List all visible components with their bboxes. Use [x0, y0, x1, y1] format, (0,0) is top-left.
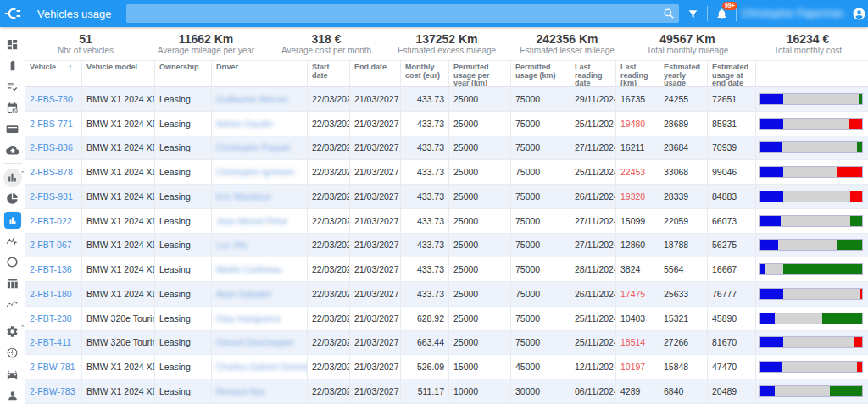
search-input[interactable]: [126, 8, 659, 19]
table-row[interactable]: 2-FBT-136 BMW X1 2024 XDri... Leasing Ma…: [25, 257, 868, 282]
driver-name[interactable]: Luc Vils: [216, 240, 248, 250]
table-row[interactable]: 2-FBT-230 BMW 320e Touring... Leasing Ga…: [25, 307, 868, 331]
stat-nbr-of-vehicles: 51 Nbr of vehicles: [25, 32, 146, 56]
driver-name[interactable]: Renaud Nys: [216, 386, 265, 396]
table-row[interactable]: 2-FBS-878 BMW X1 2024 XDri... Leasing Ch…: [25, 160, 868, 185]
usage-bar-cell: [756, 307, 868, 330]
sort-ascending-icon[interactable]: ↑: [68, 64, 73, 72]
table-row[interactable]: 2-FBT-411 BMW 320e Touring... Leasing Gé…: [25, 331, 868, 356]
driver-name[interactable]: Adrien Gaudin: [216, 119, 273, 129]
estimated-usage-end-cell: 76777: [708, 282, 756, 306]
column-header-permitted-usage[interactable]: Permitted usage (km): [511, 61, 570, 86]
bar-under-permitted-segment: [857, 142, 862, 152]
driver-name[interactable]: Christophe Paquet: [216, 142, 290, 152]
sidebar-item-cloud-upload-icon[interactable]: [2, 140, 24, 161]
column-header-monthly-cost[interactable]: Monthly cost (eur): [401, 61, 449, 86]
bar-remaining-segment: [782, 142, 857, 152]
column-header-vehicle[interactable]: Vehicle ↑: [25, 61, 82, 86]
vehicle-link[interactable]: 2-FBS-931: [30, 191, 73, 202]
driver-name[interactable]: Martin Cartineau: [216, 264, 282, 274]
driver-name[interactable]: Jean-Michel Pirlot: [216, 216, 287, 226]
bar-used-segment: [760, 142, 782, 152]
vehicle-link[interactable]: 2-FBT-411: [30, 337, 71, 347]
vehicle-link[interactable]: 2-FBW-783: [30, 386, 75, 396]
monthly-cost-cell: 433.73: [401, 112, 449, 136]
stat-label: Average cost per month: [266, 46, 387, 56]
sidebar-item-reports-chart-icon[interactable]: ⌃: [2, 167, 24, 188]
driver-name[interactable]: Guillaume Mercier: [216, 94, 288, 104]
vehicle-link[interactable]: 2-FBT-067: [30, 240, 72, 250]
search-box[interactable]: [126, 4, 679, 23]
account-icon[interactable]: [850, 7, 868, 21]
bar-used-segment: [760, 289, 783, 299]
vehicle-link[interactable]: 2-FBS-771: [30, 119, 73, 129]
table-row[interactable]: 2-FBS-836 BMW X1 2024 XDri... Leasing Ch…: [25, 136, 868, 161]
permitted-usage-cell: 75000: [511, 307, 570, 330]
bar-over-permitted-segment: [837, 167, 862, 177]
sidebar-item-checklist-icon[interactable]: [2, 76, 24, 97]
table-row[interactable]: 2-FBT-180 BMW X1 2024 XDri... Leasing Al…: [25, 282, 868, 307]
app-logo-plug-icon[interactable]: [0, 7, 25, 20]
estimated-usage-end-cell: 85931: [708, 112, 756, 136]
column-header-estimated-usage-end-date[interactable]: Estimated usage at end date (km): [708, 61, 756, 86]
column-header-last-reading-date[interactable]: Last reading date: [570, 61, 616, 86]
column-header-start-date[interactable]: Start date: [308, 61, 350, 86]
sidebar-item-bar-chart-icon[interactable]: [2, 209, 24, 230]
table-row[interactable]: 2-FBT-022 BMW X1 2024 XDri... Leasing Je…: [25, 209, 868, 234]
driver-name[interactable]: Gérard Deschepper: [216, 337, 294, 347]
sidebar-item-settings-gear-icon[interactable]: ⌃: [2, 321, 24, 342]
driver-name[interactable]: Christophe Igrimont: [216, 167, 294, 177]
vehicle-link[interactable]: 2-FBS-878: [30, 167, 73, 177]
vehicle-link[interactable]: 2-FBT-230: [30, 313, 72, 324]
table-row[interactable]: 2-FBS-730 BMW X1 2024 XDri... Leasing Gu…: [25, 87, 868, 112]
search-icon[interactable]: [659, 8, 679, 19]
end-date-cell: 21/03/2027: [350, 160, 401, 184]
table-row[interactable]: 2-FBS-931 BMW X1 2024 XDri... Leasing Er…: [25, 185, 868, 209]
table-row[interactable]: 2-FBT-067 BMW X1 2024 XDri... Leasing Lu…: [25, 234, 868, 258]
column-header-vehicle-model[interactable]: Vehicle model: [82, 61, 155, 86]
table-row[interactable]: 2-FBW-781 BMW X1 2024 XDri... Leasing Ch…: [25, 355, 868, 379]
sidebar-item-calendar-clock-icon[interactable]: [2, 97, 24, 119]
monthly-cost-cell: 628.92: [401, 307, 449, 330]
column-header-driver[interactable]: Driver: [212, 61, 308, 86]
permitted-usage-cell: 75000: [511, 160, 570, 184]
user-name[interactable]: Christopher Papermans: [742, 8, 843, 19]
estimated-usage-end-cell: 66073: [708, 209, 756, 233]
driver-name[interactable]: Alain Sabatier: [216, 289, 271, 299]
vehicle-link[interactable]: 2-FBS-836: [30, 142, 73, 152]
column-header-last-reading[interactable]: Last reading (km): [616, 61, 659, 86]
driver-name[interactable]: Charles-Gabriel Destride: [216, 362, 308, 372]
column-header-ownership[interactable]: Ownership: [155, 61, 212, 86]
sidebar-item-route-chart-icon[interactable]: [2, 230, 24, 252]
vehicle-link[interactable]: 2-FBT-136: [30, 264, 72, 274]
notifications-bell-icon[interactable]: 99+: [708, 8, 736, 20]
vehicle-link[interactable]: 2-FBT-022: [30, 216, 72, 226]
vehicle-link[interactable]: 2-FBT-180: [30, 289, 72, 299]
usage-progress-bar: [760, 385, 863, 397]
sidebar-item-trend-chart-icon[interactable]: [2, 294, 24, 315]
table-row[interactable]: 2-FBW-783 BMW X1 2024 XDri... Leasing Re…: [25, 379, 868, 404]
column-header-estimated-yearly-usage[interactable]: Estimated yearly usage (km): [659, 61, 708, 86]
sidebar-item-person-icon[interactable]: [2, 385, 24, 404]
sidebar-item-dotted-circle-icon[interactable]: [2, 342, 24, 363]
column-header-end-date[interactable]: End date: [350, 61, 401, 86]
vehicle-link[interactable]: 2-FBW-781: [30, 362, 75, 372]
sidebar-item-credit-card-icon[interactable]: [2, 119, 24, 140]
vehicle-link[interactable]: 2-FBS-730: [30, 94, 73, 104]
driver-name[interactable]: Gary Ivanguerra: [216, 313, 281, 324]
sidebar-item-battery-icon[interactable]: [2, 55, 24, 76]
stat-label: Nbr of vehicles: [25, 46, 146, 56]
start-date-cell: 22/03/2024: [308, 136, 350, 160]
sidebar-item-car-icon[interactable]: [2, 363, 24, 385]
table-row[interactable]: 2-FBS-771 BMW X1 2024 XDri... Leasing Ad…: [25, 112, 868, 136]
filter-icon[interactable]: [679, 8, 707, 20]
sidebar-item-circle-outline-icon[interactable]: [2, 252, 24, 273]
monthly-cost-cell: 433.73: [401, 234, 449, 257]
sidebar-item-doughnut-chart-icon[interactable]: [2, 188, 24, 209]
usage-bar-cell: [756, 282, 868, 306]
ownership-cell: Leasing: [155, 355, 212, 379]
column-header-permitted-usage-per-year[interactable]: Permitted usage per year (km): [449, 61, 511, 86]
sidebar-item-dashboard-icon[interactable]: [2, 34, 24, 55]
driver-name[interactable]: Eric Mambour: [216, 191, 271, 202]
sidebar-item-table-columns-icon[interactable]: [2, 273, 24, 294]
